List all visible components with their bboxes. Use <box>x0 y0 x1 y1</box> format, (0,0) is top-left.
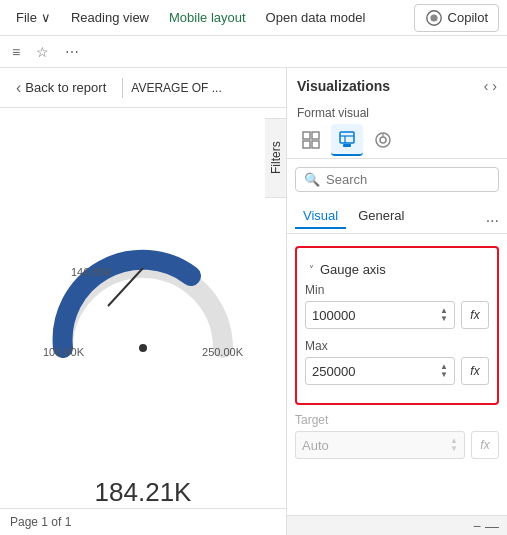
svg-rect-4 <box>303 132 310 139</box>
gauge-pointer-label: 146.65K <box>71 266 112 278</box>
left-panel: ‹ Back to report AVERAGE OF ... <box>0 68 287 535</box>
svg-rect-7 <box>312 141 319 148</box>
format-visual-label: Format visual <box>287 104 507 122</box>
target-section: Target Auto ▲ ▼ fx <box>295 413 499 459</box>
format-visual-icon <box>337 129 357 149</box>
menu-open-data-model[interactable]: Open data model <box>258 6 374 29</box>
svg-rect-6 <box>303 141 310 148</box>
toolbar: ≡ ☆ ⋯ <box>0 36 507 68</box>
tab-general[interactable]: General <box>350 204 412 229</box>
viz-tabs: Visual General ... <box>287 200 507 234</box>
min-fx-button[interactable]: fx <box>461 301 489 329</box>
search-icon: 🔍 <box>304 172 320 187</box>
svg-rect-5 <box>312 132 319 139</box>
svg-point-1 <box>430 14 437 21</box>
gauge-axis-label: Gauge axis <box>320 262 386 277</box>
gauge-value: 184.21K <box>95 477 192 508</box>
min-input[interactable]: 100000 ▲ ▼ <box>305 301 455 329</box>
tab-visual[interactable]: Visual <box>295 204 346 229</box>
page-indicator: Page 1 of 1 <box>0 508 286 535</box>
hamburger-icon[interactable]: ≡ <box>8 42 24 62</box>
main-content: ‹ Back to report AVERAGE OF ... <box>0 68 507 535</box>
format-tab-analytics[interactable] <box>367 124 399 156</box>
format-tab-grid[interactable] <box>295 124 327 156</box>
menu-file[interactable]: File ∨ <box>8 6 59 29</box>
target-input[interactable]: Auto ▲ ▼ <box>295 431 465 459</box>
gauge-axis-header[interactable]: ˅ Gauge axis <box>305 256 489 283</box>
right-panel: Filters Visualizations ‹ › Format visual <box>287 68 507 535</box>
svg-rect-11 <box>343 144 351 147</box>
tab-more[interactable]: ... <box>486 208 499 226</box>
viz-prev-arrow[interactable]: ‹ <box>484 78 489 94</box>
max-down-arrow[interactable]: ▼ <box>440 371 448 379</box>
format-tab-visual[interactable] <box>331 124 363 156</box>
min-input-row: 100000 ▲ ▼ fx <box>305 301 489 329</box>
copilot-button[interactable]: Copilot <box>414 4 499 32</box>
svg-point-3 <box>139 344 147 352</box>
gauge-svg <box>43 248 243 358</box>
min-label: Min <box>305 283 489 297</box>
max-input[interactable]: 250000 ▲ ▼ <box>305 357 455 385</box>
back-chevron-icon: ‹ <box>16 79 21 97</box>
target-spinners: ▲ ▼ <box>450 437 458 453</box>
viz-title: Visualizations <box>297 78 390 94</box>
gauge-axis-section: ˅ Gauge axis Min 100000 ▲ ▼ <box>295 246 499 405</box>
viz-header: Visualizations ‹ › <box>287 68 507 104</box>
gauge-area: 146.65K 100.00K 250.00K 184.21K <box>0 108 286 508</box>
max-spinners: ▲ ▼ <box>440 363 448 379</box>
zoom-line: — <box>485 518 499 534</box>
target-down-arrow[interactable]: ▼ <box>450 445 458 453</box>
target-fx-button[interactable]: fx <box>471 431 499 459</box>
grid-icon <box>301 130 321 150</box>
min-spinners: ▲ ▼ <box>440 307 448 323</box>
more-icon[interactable]: ⋯ <box>61 42 83 62</box>
gauge-min-label: 100.00K <box>43 346 84 358</box>
bottom-controls: − — <box>473 518 499 534</box>
gauge-container: 146.65K 100.00K 250.00K <box>43 248 243 358</box>
back-to-report-button[interactable]: ‹ Back to report <box>8 75 114 101</box>
search-box: 🔍 <box>295 167 499 192</box>
bottom-bar: − — <box>287 515 507 535</box>
viz-nav-arrows: ‹ › <box>484 78 497 94</box>
target-input-row: Auto ▲ ▼ fx <box>295 431 499 459</box>
pin-icon[interactable]: ☆ <box>32 42 53 62</box>
menu-bar: File ∨ Reading view Mobile layout Open d… <box>0 0 507 36</box>
report-title: AVERAGE OF ... <box>131 81 278 95</box>
svg-point-13 <box>380 137 386 143</box>
format-tabs <box>287 122 507 159</box>
filters-tab[interactable]: Filters <box>265 118 287 198</box>
min-down-arrow[interactable]: ▼ <box>440 315 448 323</box>
target-label: Target <box>295 413 499 427</box>
max-field-group: Max 250000 ▲ ▼ fx <box>305 339 489 385</box>
menu-reading-view[interactable]: Reading view <box>63 6 157 29</box>
copilot-icon <box>425 9 443 27</box>
settings-scroll: ˅ Gauge axis Min 100000 ▲ ▼ <box>287 234 507 515</box>
min-field-group: Min 100000 ▲ ▼ fx <box>305 283 489 329</box>
gauge-axis-chevron: ˅ <box>309 264 314 275</box>
max-fx-button[interactable]: fx <box>461 357 489 385</box>
analytics-icon <box>373 130 393 150</box>
max-input-row: 250000 ▲ ▼ fx <box>305 357 489 385</box>
zoom-out-button[interactable]: − <box>473 518 481 534</box>
svg-rect-8 <box>340 132 354 143</box>
gauge-max-label: 250.00K <box>202 346 243 358</box>
viz-next-arrow[interactable]: › <box>492 78 497 94</box>
nav-divider <box>122 78 123 98</box>
nav-bar: ‹ Back to report AVERAGE OF ... <box>0 68 286 108</box>
search-input[interactable] <box>326 172 490 187</box>
max-label: Max <box>305 339 489 353</box>
menu-mobile-layout[interactable]: Mobile layout <box>161 6 254 29</box>
